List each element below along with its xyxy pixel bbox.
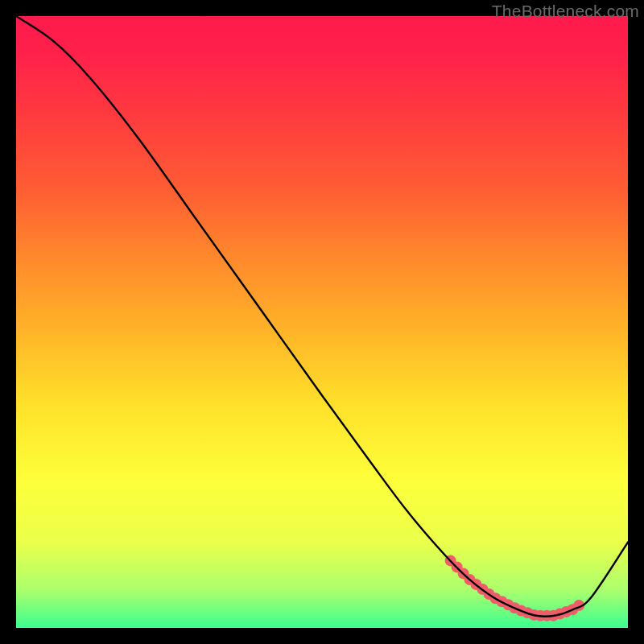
chart-svg xyxy=(16,16,628,628)
chart-frame: TheBottleneck.com xyxy=(0,0,644,644)
curve-path xyxy=(16,16,628,617)
highlight-dots xyxy=(445,555,585,621)
chart-plot-area xyxy=(16,16,628,628)
